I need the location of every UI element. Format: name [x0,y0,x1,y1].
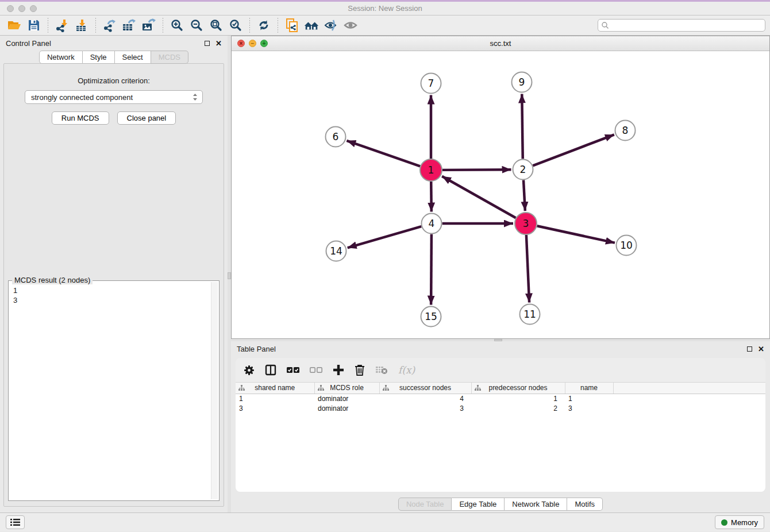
graph-node-1[interactable]: 1 [420,159,442,181]
toolbar-separator [163,18,163,33]
edge-4-to-14[interactable] [348,226,422,248]
search-input[interactable] [598,19,765,32]
function-icon[interactable]: f(x) [398,364,415,376]
tab-mcds[interactable]: MCDS [151,51,188,64]
float-panel-icon[interactable] [747,346,752,352]
graph-node-3[interactable]: 3 [515,213,537,234]
attribute-icon [238,385,245,391]
network-canvas[interactable]: 7968124314101511 [232,51,769,338]
cell-name[interactable]: 1 [565,394,613,403]
graph-node-6[interactable]: 6 [326,127,346,147]
cell-predecessor-nodes[interactable]: 1 [471,394,565,403]
graph-node-15[interactable]: 15 [421,307,441,327]
result-scrollbar[interactable] [211,282,218,499]
tab-motifs[interactable]: Motifs [567,498,603,511]
cell-successor-nodes[interactable]: 3 [379,403,471,413]
horizontal-splitter[interactable] [231,339,770,341]
column-header-successor-nodes[interactable]: successor nodes [379,383,471,394]
edge-2-to-9[interactable] [522,94,522,159]
cell-shared-name[interactable]: 3 [236,403,314,413]
tab-select[interactable]: Select [115,51,151,64]
tab-network-table[interactable]: Network Table [505,498,567,511]
export-network-icon[interactable] [102,17,118,33]
tab-network[interactable]: Network [39,51,83,64]
column-header-predecessor-nodes[interactable]: predecessor nodes [471,383,565,394]
edge-4-to-15[interactable] [431,234,432,304]
edge-2-to-3[interactable] [523,180,525,211]
edge-1-to-4[interactable] [431,182,432,212]
tab-edge-table[interactable]: Edge Table [452,498,505,511]
graph-node-2[interactable]: 2 [513,160,533,180]
edge-3-to-10[interactable] [537,226,615,242]
cell-name[interactable]: 3 [565,403,613,413]
gear-icon[interactable] [244,365,255,376]
cell-MCDS-role[interactable]: dominator [314,403,379,413]
vertical-splitter[interactable] [228,36,231,512]
cell-successor-nodes[interactable]: 4 [379,394,471,403]
columns-icon[interactable] [265,364,276,376]
edge-2-to-8[interactable] [533,134,614,165]
tab-style[interactable]: Style [83,51,115,64]
close-panel-button[interactable]: Close panel [117,111,176,125]
refresh-icon[interactable] [256,17,272,33]
export-image-icon[interactable] [141,17,157,33]
duplicate-network-icon[interactable] [284,17,300,33]
delete-table-icon[interactable] [375,365,388,375]
home-icon[interactable] [303,17,319,33]
column-header-MCDS-role[interactable]: MCDS role [314,383,379,394]
show-eye-icon[interactable] [342,17,359,33]
edge-1-to-2[interactable] [442,169,511,170]
add-icon[interactable] [333,364,344,376]
zoom-selected-icon[interactable] [228,17,244,33]
hide-eye-icon[interactable] [323,17,339,33]
delete-icon[interactable] [355,364,365,376]
import-table-icon[interactable] [74,17,90,33]
network-graph[interactable]: 7968124314101511 [232,51,769,338]
graph-node-11[interactable]: 11 [520,304,540,325]
tab-node-table[interactable]: Node Table [398,498,452,511]
zoom-out-icon[interactable] [188,17,205,33]
graph-node-8[interactable]: 8 [615,121,636,141]
float-panel-icon[interactable] [205,41,210,46]
table-row[interactable]: 3dominator323 [236,403,765,413]
table-container: f(x) shared nameMCDS rolesuccessor nodes… [236,358,765,492]
cell-shared-name[interactable]: 1 [236,394,314,403]
table-row[interactable]: 1dominator411 [236,394,765,403]
memory-button[interactable]: Memory [715,515,764,529]
column-header-shared-name[interactable]: shared name [236,383,314,394]
cell-MCDS-role[interactable]: dominator [314,394,379,403]
app-title: Session: New Session [0,4,770,13]
toolbar-separator [48,18,48,33]
network-close-icon[interactable]: × [237,40,245,47]
close-panel-icon[interactable]: ✕ [215,40,222,47]
close-panel-icon[interactable]: ✕ [758,345,764,353]
network-window-titlebar[interactable]: × − + scc.txt [232,36,769,51]
task-history-icon[interactable] [6,515,25,529]
splitter-grip[interactable] [494,339,502,341]
graph-node-4[interactable]: 4 [422,214,442,234]
cell-predecessor-nodes[interactable]: 2 [471,403,565,413]
zoom-in-icon[interactable] [169,17,185,33]
network-view-window: × − + scc.txt 7968124314101511 [231,36,770,339]
deselect-all-icon[interactable] [310,367,322,373]
save-icon[interactable] [26,17,42,33]
column-header-name[interactable]: name [565,383,613,394]
edge-3-to-11[interactable] [526,235,529,303]
edge-1-to-6[interactable] [346,141,420,167]
node-table[interactable]: shared nameMCDS rolesuccessor nodesprede… [236,382,765,492]
network-maximize-icon[interactable]: + [260,40,268,47]
graph-node-10[interactable]: 10 [617,236,637,256]
network-minimize-icon[interactable]: − [249,40,256,47]
graph-node-9[interactable]: 9 [512,72,532,92]
optimization-criterion-select[interactable]: strongly connected component [25,90,203,104]
splitter-grip[interactable] [228,272,231,279]
import-network-icon[interactable] [54,17,70,33]
zoom-fit-icon[interactable] [208,17,224,33]
select-all-icon[interactable] [287,367,299,373]
open-folder-icon[interactable] [6,17,22,33]
run-mcds-button[interactable]: Run MCDS [52,111,109,125]
export-table-icon[interactable] [121,17,137,33]
graph-node-7[interactable]: 7 [421,74,441,94]
edge-3-to-1[interactable] [442,176,515,218]
graph-node-14[interactable]: 14 [326,241,346,261]
